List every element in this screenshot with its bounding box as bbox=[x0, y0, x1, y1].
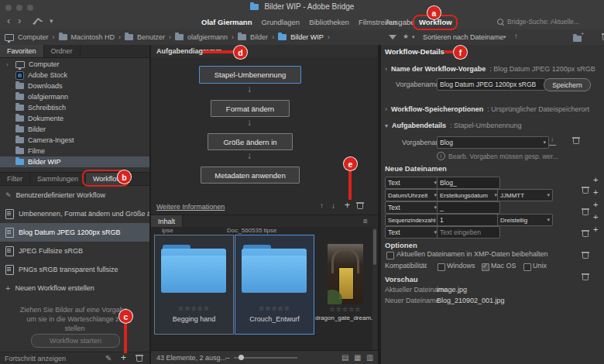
scrollbar-thumb[interactable] bbox=[373, 229, 376, 265]
rating-stars[interactable]: ☆☆☆☆☆ bbox=[235, 305, 314, 312]
start-workflow-button[interactable]: Workflow starten bbox=[31, 334, 120, 348]
tree-item-dokumente[interactable]: Dokumente bbox=[0, 113, 149, 124]
breadcrumb-computer[interactable]: Computer bbox=[18, 33, 49, 41]
workflow-item-pngs[interactable]: PNGs sRGB transparent fullsize bbox=[0, 260, 149, 279]
add-workflow-icon[interactable]: + bbox=[121, 352, 126, 363]
tab-sammlungen[interactable]: Sammlungen bbox=[30, 173, 86, 185]
rule-type-select[interactable]: Datum/Uhrzeit▾ bbox=[385, 189, 440, 201]
rule-type-select[interactable]: Text▾ bbox=[385, 226, 440, 239]
view-list-icon[interactable]: ▥ bbox=[366, 353, 373, 362]
flow-step-format-aendern[interactable]: Format ändern bbox=[211, 100, 290, 117]
new-folder-plus-icon[interactable]: + bbox=[581, 30, 585, 37]
windows-checkbox[interactable] bbox=[438, 263, 445, 271]
rule-type-select[interactable]: Sequenzindexzahl▾ bbox=[385, 214, 440, 226]
add-rule-icon[interactable]: + bbox=[593, 187, 598, 197]
rating-stars[interactable]: ☆☆☆☆☆ bbox=[315, 306, 376, 313]
remove-rule-icon[interactable] bbox=[582, 230, 589, 238]
remove-rule-icon[interactable] bbox=[582, 273, 589, 281]
tab-inhalt[interactable]: Inhalt bbox=[151, 215, 183, 227]
content-menu-icon[interactable]: ≡ bbox=[363, 217, 368, 225]
unix-label[interactable]: Unix bbox=[533, 262, 547, 270]
workflow-item-custom[interactable]: ✎Benutzerdefinierter Workflow bbox=[0, 186, 149, 204]
tab-ordner[interactable]: Ordner bbox=[44, 45, 81, 57]
macos-checkbox[interactable] bbox=[482, 263, 489, 271]
breadcrumb-benutzer[interactable]: Benutzer bbox=[137, 33, 165, 41]
vorgabename-input[interactable]: Blog Datum JPEG 1200px sRGB bbox=[437, 78, 546, 91]
delete-workflow-icon[interactable] bbox=[136, 355, 142, 362]
slider-knob[interactable] bbox=[239, 355, 244, 360]
tree-item-bilder-wip[interactable]: Bilder WIP bbox=[0, 156, 149, 167]
tree-item-filme[interactable]: Filme bbox=[0, 146, 149, 156]
tree-item-bilder[interactable]: Bilder bbox=[0, 124, 149, 135]
thumbnail-crouch-entwurf[interactable]: ☆☆☆☆☆ Crouch_Entwurf bbox=[235, 235, 314, 335]
add-rule-icon[interactable]: + bbox=[593, 175, 598, 184]
remove-rule-icon[interactable] bbox=[582, 187, 589, 194]
workspace-ausgabe[interactable]: Ausgabe bbox=[386, 18, 415, 26]
workflow-item-umbenennen[interactable]: Umbenennen, Format ändern und Größe ände… bbox=[0, 204, 149, 223]
tree-item-camera-ingest[interactable]: Camera-Ingest bbox=[0, 135, 149, 146]
rule-text-input[interactable]: _ bbox=[437, 201, 500, 214]
tree-item-computer[interactable]: ›Computer bbox=[0, 59, 149, 70]
tree-item-downloads[interactable]: Downloads bbox=[0, 81, 149, 91]
tree-item-adobe-stock[interactable]: Adobe Stock bbox=[0, 70, 149, 81]
workflow-item-blog-datum[interactable]: Blog Datum JPEG 1200px sRGB bbox=[0, 223, 149, 242]
rule-text-input[interactable]: Blog_ bbox=[437, 177, 500, 189]
forward-icon[interactable]: › bbox=[18, 15, 21, 26]
remove-rule-icon[interactable] bbox=[582, 252, 589, 259]
rule-text-input[interactable]: Text eingeben bbox=[437, 226, 500, 239]
rule-format-select[interactable]: JJMMTT▾ bbox=[497, 189, 553, 201]
tab-filter[interactable]: Filter bbox=[0, 173, 30, 185]
refine-icon[interactable]: ▾ bbox=[50, 17, 53, 25]
macos-label[interactable]: Mac OS bbox=[491, 262, 516, 270]
tree-item-olafgiermann[interactable]: olafgiermann bbox=[0, 91, 149, 102]
more-info-link[interactable]: Weitere Informationen bbox=[156, 203, 225, 211]
add-rule-icon[interactable]: + bbox=[593, 212, 598, 221]
xmp-checkbox[interactable] bbox=[386, 252, 394, 259]
tab-favoriten[interactable]: Favoriten bbox=[0, 45, 44, 57]
windows-label[interactable]: Windows bbox=[447, 262, 475, 270]
rule-value-select[interactable]: Erstellungsdatum▾ bbox=[437, 189, 500, 201]
breadcrumb-macintosh-hd[interactable]: Macintosh HD bbox=[71, 33, 115, 41]
bridge-boomerang-icon[interactable] bbox=[33, 18, 43, 25]
view-details-icon[interactable]: ▦ bbox=[354, 353, 361, 362]
workflow-item-jpeg-fullsize[interactable]: JPEG Fullsize sRGB bbox=[0, 242, 149, 260]
step-up-icon[interactable]: ↑ bbox=[320, 201, 324, 210]
rating-stars[interactable]: ☆☆☆☆☆ bbox=[155, 305, 233, 312]
star-filter-caret-icon[interactable]: ▾ bbox=[412, 34, 415, 40]
add-rule-icon[interactable]: + bbox=[593, 200, 598, 209]
section-task-details[interactable]: ▾ Aufgabendetails : Stapel-Umbenennung bbox=[385, 122, 522, 129]
sort-dropdown[interactable]: Sortieren nach Dateiname bbox=[423, 33, 504, 41]
remove-rule-icon[interactable] bbox=[582, 208, 589, 216]
rule-digits-select[interactable]: Dreistellig▾ bbox=[497, 214, 553, 226]
section-storage[interactable]: › Workflow-Speicheroptionen : Ursprüngli… bbox=[385, 105, 589, 113]
zoom-out-icon[interactable]: – bbox=[225, 353, 230, 362]
edit-workflow-icon[interactable]: ✎ bbox=[105, 354, 112, 362]
breadcrumb-bilder[interactable]: Bilder bbox=[250, 33, 268, 41]
progress-label[interactable]: Fortschritt anzeigen bbox=[5, 355, 66, 362]
add-step-icon[interactable]: + bbox=[345, 200, 350, 211]
workspace-grundlagen[interactable]: Grundlagen bbox=[261, 18, 300, 26]
thumbnail-dragon-gate[interactable]: ☆☆☆☆☆ dragon_gate_dream.tif bbox=[315, 238, 376, 333]
workspace-olaf-giermann[interactable]: Olaf Giermann bbox=[201, 18, 252, 26]
delete-step-icon[interactable] bbox=[357, 202, 363, 210]
flow-step-groesse-aendern[interactable]: Größe ändern in bbox=[208, 133, 293, 150]
save-preset-icon[interactable] bbox=[549, 138, 556, 146]
rule-type-select[interactable]: Text▾ bbox=[385, 177, 440, 189]
sort-caret-icon[interactable]: ▾ bbox=[503, 34, 506, 40]
breadcrumb-bilder-wip[interactable]: Bilder WIP bbox=[290, 33, 324, 41]
sort-ascending-icon[interactable]: ↑ bbox=[514, 32, 518, 40]
workspace-bibliotheken[interactable]: Bibliotheken bbox=[309, 18, 349, 26]
filter-icon[interactable] bbox=[389, 35, 396, 39]
add-rule-icon[interactable]: + bbox=[593, 225, 598, 234]
view-grid-icon[interactable]: ▤ bbox=[341, 353, 348, 362]
delete-preset-icon[interactable] bbox=[573, 137, 579, 145]
star-filter-icon[interactable]: ★ bbox=[403, 33, 409, 40]
workflow-item-new[interactable]: +Neuen Workflow erstellen bbox=[0, 279, 149, 297]
flow-step-stapel-umbenennung[interactable]: Stapel-Umbenennung bbox=[199, 66, 301, 84]
rule-number-input[interactable]: 1 bbox=[437, 214, 500, 226]
thumbnail-begging-hand[interactable]: ☆☆☆☆☆ Begging hand bbox=[154, 235, 234, 335]
unix-checkbox[interactable] bbox=[523, 263, 531, 271]
rule-type-select[interactable]: Text▾ bbox=[385, 201, 440, 214]
tree-item-schreibtisch[interactable]: Schreibtisch bbox=[0, 102, 149, 113]
back-icon[interactable]: ‹ bbox=[7, 15, 10, 26]
